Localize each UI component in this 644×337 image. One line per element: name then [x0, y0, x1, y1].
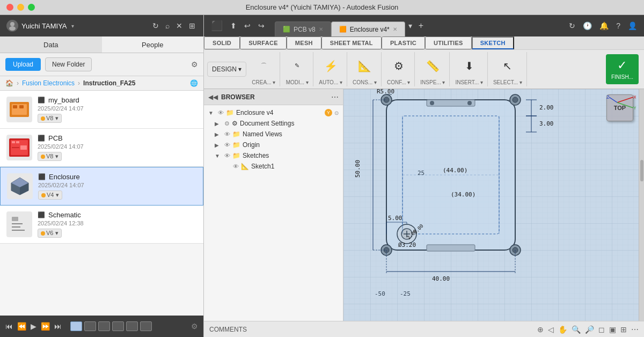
upload-toolbar-icon[interactable]: ⬆ [228, 20, 239, 32]
tree-context-icon[interactable]: ⊙ [334, 110, 339, 116]
tab-overflow-icon[interactable]: ▾ [405, 21, 415, 30]
maximize-button[interactable] [28, 4, 35, 11]
window-controls[interactable] [6, 4, 35, 11]
redo-icon[interactable]: ↪ [255, 20, 267, 32]
tree-collapse-sketches-icon[interactable]: ▼ [215, 153, 222, 159]
list-item[interactable]: ⬛ my_board 2025/02/24 14:07 V8 ▾ [0, 91, 203, 129]
play-button[interactable]: ▶ [31, 322, 36, 331]
new-folder-button[interactable]: New Folder [45, 57, 92, 71]
ribbon-tab-sheetmetal[interactable]: SHEET METAL [321, 36, 382, 49]
browser-title: BROWSER [221, 93, 328, 101]
tree-collapse-icon[interactable]: ▼ [208, 110, 216, 116]
sketch-tool-2[interactable] [84, 321, 96, 331]
auto-btn[interactable]: ⚡ [321, 58, 340, 74]
view-cube[interactable]: TOP X Y Z [606, 94, 636, 124]
grid-icon[interactable]: ⊞ [187, 20, 197, 32]
tree-sketch1[interactable]: 👁 📐 Sketch1 [204, 161, 343, 172]
tab-people[interactable]: People [102, 36, 204, 53]
close-tab-enclosure-icon[interactable]: ✕ [393, 26, 397, 32]
sync-icon[interactable]: ↻ [566, 20, 578, 32]
end-button[interactable]: ⏭ [54, 322, 62, 331]
notification-icon[interactable]: 🔔 [597, 20, 611, 32]
sketch-tool-6[interactable] [140, 321, 152, 331]
tree-origin[interactable]: ▶ 👁 📁 Origin [204, 140, 343, 150]
ribbon-tab-solid[interactable]: SOLID [204, 36, 240, 49]
create-btn-1[interactable]: ⌒ [258, 61, 269, 71]
clock-icon[interactable]: 🕐 [580, 20, 595, 32]
help-icon[interactable]: ? [613, 20, 623, 32]
prev-button[interactable]: ⏪ [17, 322, 26, 331]
comment-option-6-icon[interactable]: ▣ [609, 325, 616, 334]
list-item[interactable]: ⬛ Enclosure 2025/02/24 14:07 V4 ▾ [0, 167, 203, 206]
breadcrumb-parent[interactable]: Fusion Electronics [22, 79, 75, 87]
browser-menu-icon[interactable]: ⋯ [331, 93, 339, 101]
tree-visibility-icon[interactable]: ⚙ [224, 120, 230, 127]
tree-expand-icon[interactable]: ▶ [215, 121, 222, 127]
tab-pcb[interactable]: 🟩 PCB v8 ✕ [275, 21, 331, 36]
tree-expand-icon[interactable]: ▶ [215, 131, 222, 137]
comment-option-5-icon[interactable]: ◻ [598, 325, 605, 334]
config-btn[interactable]: ⚙ [391, 58, 406, 74]
ribbon-tab-mesh[interactable]: MESH [287, 36, 321, 49]
design-button[interactable]: DESIGN ▾ [207, 62, 246, 77]
modify-btn[interactable]: ✎ [292, 61, 302, 70]
sketch-tool-1[interactable] [70, 321, 82, 331]
ribbon-tab-plastic[interactable]: PLASTIC [382, 36, 425, 49]
refresh-icon[interactable]: ↻ [151, 20, 160, 32]
close-tab-icon[interactable]: ✕ [319, 26, 323, 32]
close-button[interactable] [6, 4, 13, 11]
rewind-button[interactable]: ⏮ [5, 322, 13, 331]
tree-document-settings[interactable]: ▶ ⚙ ⚙ Document Settings [204, 118, 343, 129]
comment-option-8-icon[interactable]: ⋯ [631, 325, 639, 334]
undo-icon[interactable]: ↩ [241, 20, 253, 32]
svg-rect-4 [13, 105, 17, 108]
tree-visibility-named-views-icon[interactable]: 👁 [224, 131, 230, 137]
tree-visibility-sketches-icon[interactable]: 👁 [224, 152, 230, 159]
list-item[interactable]: ⬛ Schematic 2025/02/24 12:38 V6 ▾ [0, 206, 203, 244]
tab-data[interactable]: Data [0, 36, 102, 53]
inspect-btn[interactable]: 📏 [423, 58, 442, 74]
close-icon[interactable]: ✕ [174, 20, 184, 32]
globe-icon[interactable]: 🌐 [190, 79, 198, 87]
sketch-tool-3[interactable] [98, 321, 110, 331]
sketch-tool-4[interactable] [112, 321, 124, 331]
settings-icon[interactable]: ⚙ [191, 60, 198, 69]
tree-visibility-sketch1-icon[interactable]: 👁 [233, 163, 239, 170]
tree-named-views[interactable]: ▶ 👁 📁 Named Views [204, 129, 343, 140]
comment-option-1-icon[interactable]: ◁ [548, 325, 554, 334]
svg-rect-10 [20, 145, 27, 150]
settings-icon[interactable]: ⚙ [191, 322, 198, 331]
profile-icon[interactable]: 👤 [625, 20, 640, 32]
home-icon[interactable]: 🏠 [5, 79, 13, 87]
comment-option-7-icon[interactable]: ⊞ [620, 325, 627, 334]
tab-enclosure[interactable]: 🟧 Enclosure v4* ✕ [331, 21, 405, 36]
select-btn[interactable]: ↖ [500, 58, 515, 74]
tree-root-item[interactable]: ▼ 👁 📁 Enclosure v4 Y ⊙ [204, 107, 343, 118]
minimize-button[interactable] [17, 4, 24, 11]
add-comment-icon[interactable]: ⊕ [537, 325, 544, 334]
ribbon-tab-sketch[interactable]: SKETCH [472, 36, 514, 49]
canvas-area[interactable]: R5.00 50.00 40.00 2.00 3.00 (44.00) (34.… [343, 89, 644, 321]
upload-button[interactable]: Upload [5, 58, 41, 71]
tree-origin-label: Origin [243, 141, 339, 149]
tree-visibility-icon[interactable]: 👁 [218, 109, 224, 116]
tree-visibility-origin-icon[interactable]: 👁 [224, 142, 230, 148]
ribbon-tab-surface[interactable]: SURFACE [240, 36, 287, 49]
insert-btn[interactable]: ⬇ [462, 58, 477, 74]
comment-option-3-icon[interactable]: 🔍 [572, 325, 581, 334]
tree-expand-icon[interactable]: ▶ [215, 142, 222, 148]
tree-sketches[interactable]: ▼ 👁 📁 Sketches [204, 150, 343, 161]
scrollbar-thumb[interactable] [640, 160, 643, 181]
vertical-scrollbar[interactable] [639, 89, 644, 321]
sketch-tool-5[interactable] [126, 321, 138, 331]
tab-add-icon[interactable]: + [415, 21, 427, 31]
next-button[interactable]: ⏩ [41, 322, 50, 331]
finish-sketch-button[interactable]: ✓ FINISH... [606, 54, 639, 84]
list-item[interactable]: ⬛ PCB 2025/02/24 14:07 V8 ▾ [0, 129, 203, 167]
comment-option-2-icon[interactable]: ✋ [558, 325, 567, 334]
collapse-browser-icon[interactable]: ◀◀ [208, 93, 218, 101]
constraints-btn[interactable]: 📐 [355, 58, 374, 74]
search-icon[interactable]: ⌕ [164, 20, 171, 32]
ribbon-tab-utilities[interactable]: UTILITIES [425, 36, 472, 49]
comment-option-4-icon[interactable]: 🔎 [585, 325, 594, 334]
